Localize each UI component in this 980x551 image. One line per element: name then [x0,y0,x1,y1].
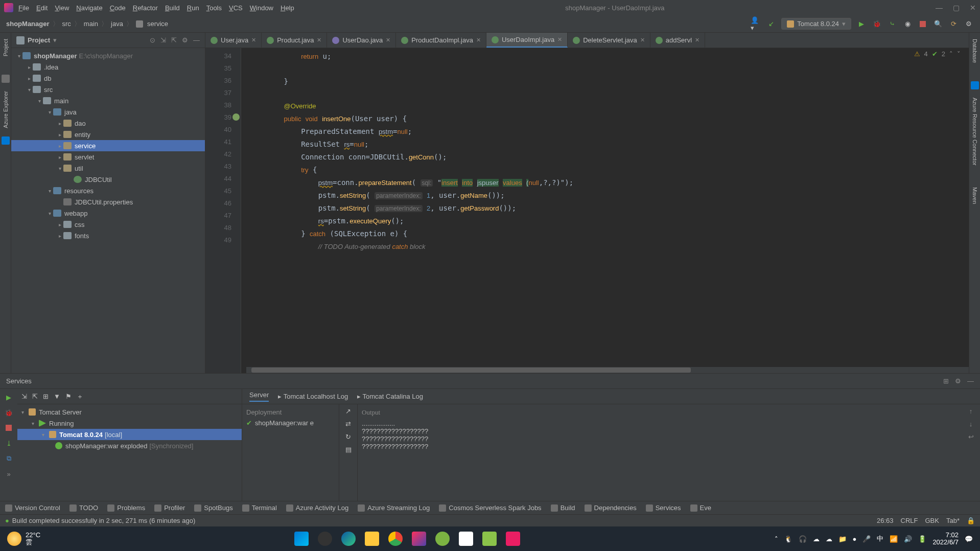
link-icon[interactable]: ⇄ [345,420,351,428]
tray-chevron-icon[interactable]: ˄ [775,535,778,543]
locate-icon[interactable]: ⊙ [150,36,155,44]
azure-explorer-icon[interactable] [2,75,10,83]
services-run-button[interactable]: ▶ [4,392,14,402]
menu-tools[interactable]: Tools [206,4,222,12]
breadcrumb-item[interactable]: java [111,20,123,28]
indent-setting[interactable]: Tab* [946,517,960,524]
run-button[interactable]: ▶ [856,19,867,29]
stop-button[interactable] [918,19,928,29]
azure-resource-icon[interactable] [971,81,979,89]
close-tab-icon[interactable]: ✕ [557,36,562,43]
menu-help[interactable]: Help [281,4,294,12]
breadcrumb-item[interactable]: main [84,20,98,28]
app-button[interactable] [503,529,523,549]
debug-button[interactable]: 🐞 [872,19,882,29]
services-hide-icon[interactable]: — [967,377,974,385]
editor-hscrollbar[interactable] [246,367,969,373]
services-layout-icon[interactable]: ⊞ [943,377,949,385]
azure-explorer-tab[interactable]: Azure Explorer [2,88,10,131]
close-tab-icon[interactable]: ✕ [251,37,256,43]
breadcrumb[interactable]: shopManager〉src〉main〉java〉service [6,19,168,29]
bottom-tab-azure-activity-log[interactable]: Azure Activity Log [286,504,348,512]
tray-icon[interactable]: 🐧 [784,535,792,543]
services-gear-icon[interactable]: ⚙ [955,377,961,385]
tree-root[interactable]: ▾shopManagerE:\c\shopManager [11,50,205,61]
editor-code[interactable]: return u; } @Override public void insert… [241,48,969,373]
tray-icon[interactable]: 🎧 [799,535,807,543]
services-debug-button[interactable]: 🐞 [4,407,14,418]
profile-button[interactable]: ◉ [902,19,913,29]
services-deploy-button[interactable]: ⤓ [4,438,14,448]
battery-icon[interactable]: 🔋 [918,535,926,543]
svc-artifact-row[interactable]: shopManager:war exploded [Synchronized] [17,440,242,451]
menu-build[interactable]: Build [165,4,180,12]
windows-taskbar[interactable]: 22°C 雲 ˄ 🐧 🎧 ☁ ☁ 📁 ● 🎤 中 📶 🔊 🔋 7:02 2022… [0,526,980,551]
soft-wrap-icon[interactable]: ↩ [968,433,974,441]
services-more-icon[interactable]: ⧉ [4,453,14,464]
next-issue-icon[interactable]: ˅ [957,50,961,58]
output-tab-tomcat-catalina-log[interactable]: ▸ Tomcat Catalina Log [357,393,423,400]
editor-body[interactable]: 34353637383940414243444546474849 return … [205,48,969,373]
editor-tab-DeleteServlet-java[interactable]: DeleteServlet.java✕ [568,33,650,48]
view-mode-dropdown[interactable]: ▾ [53,36,57,44]
scroll-down-icon[interactable]: ↓ [969,420,973,428]
tree-item-src[interactable]: ▾src [11,84,205,95]
collapse-icon[interactable]: ⇱ [171,36,177,44]
azure-resource-tab[interactable]: Azure Resource Connector [971,95,979,169]
back-arrow-icon[interactable]: ↙ [766,19,776,29]
menu-code[interactable]: Code [110,4,126,12]
close-tab-icon[interactable]: ✕ [640,37,645,43]
bottom-tab-version-control[interactable]: Version Control [5,504,60,512]
volume-icon[interactable]: 🔊 [904,535,912,543]
svc-root-row[interactable]: ▾ Tomcat Server [17,406,242,418]
search-button[interactable] [315,529,335,549]
tree-item--idea[interactable]: ▸.idea [11,61,205,73]
tray-icon[interactable]: ☁ [826,535,832,543]
tree-item-util[interactable]: ▾util [11,163,205,174]
gear-icon[interactable]: ⚙ [182,36,188,44]
bottom-tab-eve[interactable]: Eve [690,504,711,512]
database-tab[interactable]: Database [971,36,979,66]
tray-icon[interactable]: ● [853,535,857,543]
tree-item-JDBCUtil[interactable]: JDBCUtil [11,174,205,185]
maven-tab[interactable]: Maven [971,184,979,207]
chrome-button[interactable] [385,529,406,549]
close-button[interactable]: ✕ [970,4,976,12]
app-button[interactable] [456,529,476,549]
tree-item-java[interactable]: ▾java [11,106,205,118]
line-ending[interactable]: CRLF [901,517,918,524]
start-button[interactable] [291,529,312,549]
svc-config-row[interactable]: ▾ Tomcat 8.0.24 [local] [17,429,242,440]
menu-refactor[interactable]: Refactor [133,4,158,12]
svc-collapse-all-icon[interactable]: ⇱ [32,393,38,400]
bottom-tab-dependencies[interactable]: Dependencies [585,504,637,512]
editor-tab-ProductDaoImpl-java[interactable]: ProductDaoImpl.java✕ [396,33,486,48]
editor-tab-Product-java[interactable]: Product.java✕ [262,33,327,48]
system-tray[interactable]: ˄ 🐧 🎧 ☁ ☁ 📁 ● 🎤 中 📶 🔊 🔋 7:02 2022/6/7 💬 [775,532,980,546]
services-stop-button[interactable] [4,423,14,433]
minimize-button[interactable]: — [936,4,943,12]
bottom-tab-cosmos-serverless-spark-jobs[interactable]: Cosmos Serverless Spark Jobs [439,504,541,512]
tree-item-main[interactable]: ▾main [11,95,205,106]
app-button[interactable] [479,529,500,549]
explorer-button[interactable] [362,529,382,549]
settings-icon[interactable]: ⚙ [964,19,974,29]
svc-flag-icon[interactable]: ⚑ [65,393,72,400]
project-tree[interactable]: ▾shopManagerE:\c\shopManager▸.idea▸db▾sr… [11,48,205,373]
refresh-icon[interactable]: ↻ [345,433,351,441]
expand-icon[interactable]: ⇲ [160,36,166,44]
menu-window[interactable]: Window [250,4,273,12]
scroll-up-icon[interactable]: ↑ [969,407,973,415]
sync-icon[interactable]: ⟳ [948,19,959,29]
deployment-item[interactable]: ✔ shopManager:war e [246,419,335,427]
file-encoding[interactable]: GBK [925,517,939,524]
menu-edit[interactable]: Edit [36,4,48,12]
run-config-selector[interactable]: Tomcat 8.0.24 ▾ [781,18,851,30]
bottom-tab-azure-streaming-log[interactable]: Azure Streaming Log [358,504,430,512]
coverage-button[interactable]: ⤷ [887,19,897,29]
breadcrumb-item[interactable]: shopManager [6,20,50,28]
tree-item-servlet[interactable]: ▸servlet [11,151,205,163]
tree-item-service[interactable]: ▸service [11,140,205,151]
tree-item-db[interactable]: ▸db [11,73,205,84]
bottom-tab-terminal[interactable]: Terminal [242,504,277,512]
